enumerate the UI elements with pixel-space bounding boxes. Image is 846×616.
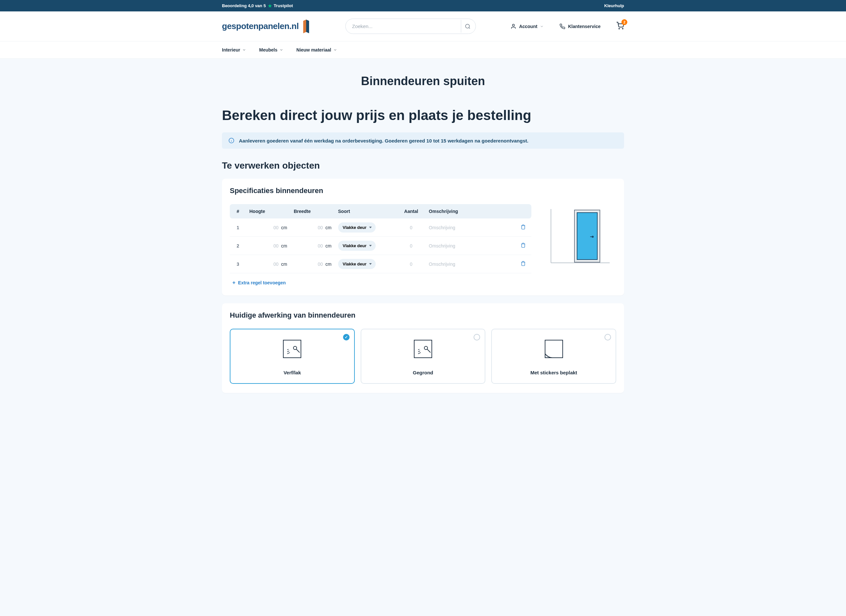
option-icon bbox=[410, 336, 436, 362]
trash-icon bbox=[521, 243, 526, 248]
finish-card-title: Huidige afwerking van binnendeuren bbox=[230, 311, 616, 320]
add-row-button[interactable]: + Extra regel toevoegen bbox=[230, 278, 288, 287]
height-input[interactable] bbox=[262, 243, 278, 248]
info-banner: Aanleveren goederen vanaf één werkdag na… bbox=[222, 132, 624, 149]
nav-item-interieur[interactable]: Interieur bbox=[222, 41, 246, 59]
svg-rect-11 bbox=[577, 213, 597, 260]
option-icon bbox=[541, 336, 567, 362]
qty-input[interactable] bbox=[405, 261, 418, 267]
page-title: Binnendeuren spuiten bbox=[222, 74, 624, 88]
radio-indicator bbox=[605, 334, 611, 340]
nav-item-meubels[interactable]: Meubels bbox=[259, 41, 283, 59]
logo-text: gespotenpanelen.nl bbox=[222, 21, 299, 31]
delete-row-button[interactable] bbox=[519, 241, 527, 250]
svg-rect-13 bbox=[590, 236, 593, 237]
chevron-down-icon bbox=[280, 48, 283, 52]
width-input[interactable] bbox=[306, 225, 323, 230]
height-input[interactable] bbox=[262, 225, 278, 230]
main-nav: Interieur Meubels Nieuw materiaal bbox=[0, 41, 846, 59]
col-desc: Omschrijving bbox=[425, 204, 515, 219]
col-num: # bbox=[230, 204, 246, 219]
width-input[interactable] bbox=[306, 261, 323, 267]
svg-point-15 bbox=[293, 346, 297, 350]
col-width: Breedte bbox=[290, 204, 335, 219]
delete-row-button[interactable] bbox=[519, 223, 527, 232]
desc-input[interactable] bbox=[429, 261, 512, 267]
type-select[interactable]: Vlakke deur bbox=[338, 222, 376, 233]
plus-icon: + bbox=[232, 280, 235, 286]
phone-icon bbox=[559, 23, 565, 29]
account-label: Account bbox=[519, 24, 537, 29]
info-icon bbox=[228, 138, 234, 144]
desc-input[interactable] bbox=[429, 243, 512, 248]
finish-option-0[interactable]: Verf/lak bbox=[230, 329, 355, 384]
table-row: 2 cm cm Vlakke deur bbox=[230, 237, 531, 255]
logo[interactable]: gespotenpanelen.nl bbox=[222, 19, 310, 33]
delete-row-button[interactable] bbox=[519, 260, 527, 268]
cart-button[interactable]: 2 bbox=[616, 22, 624, 31]
radio-indicator bbox=[474, 334, 480, 340]
account-link[interactable]: Account bbox=[511, 23, 544, 29]
spec-card-title: Specificaties binnendeuren bbox=[230, 186, 616, 195]
user-icon bbox=[511, 23, 516, 29]
table-row: 3 cm cm Vlakke deur bbox=[230, 255, 531, 273]
trash-icon bbox=[521, 224, 526, 230]
type-select[interactable]: Vlakke deur bbox=[338, 241, 376, 251]
spec-card: Specificaties binnendeuren # Hoogte Bree… bbox=[222, 179, 624, 295]
rating-text: Beoordeling 4,0 van 5 bbox=[222, 3, 266, 8]
svg-point-2 bbox=[512, 24, 514, 26]
row-number: 3 bbox=[230, 255, 246, 273]
search-icon bbox=[465, 23, 471, 29]
unit-label: cm bbox=[325, 243, 332, 248]
svg-point-0 bbox=[466, 24, 470, 28]
option-label: Met stickers beplakt bbox=[497, 370, 611, 375]
unit-label: cm bbox=[281, 261, 287, 267]
cart-count-badge: 2 bbox=[621, 19, 627, 25]
option-icon bbox=[279, 336, 305, 362]
nav-label: Meubels bbox=[259, 47, 277, 53]
svg-point-3 bbox=[619, 28, 619, 29]
col-qty: Aantal bbox=[397, 204, 425, 219]
chevron-down-icon bbox=[333, 48, 337, 52]
svg-point-4 bbox=[622, 28, 623, 29]
unit-label: cm bbox=[281, 243, 287, 248]
add-row-label: Extra regel toevoegen bbox=[238, 280, 285, 285]
row-number: 2 bbox=[230, 237, 246, 255]
row-number: 1 bbox=[230, 219, 246, 237]
unit-label: cm bbox=[325, 225, 332, 230]
star-icon bbox=[268, 4, 272, 8]
qty-input[interactable] bbox=[405, 243, 418, 248]
svg-rect-18 bbox=[545, 340, 563, 358]
door-illustration bbox=[544, 204, 616, 269]
rating-badge: Beoordeling 4,0 van 5 Trustpilot bbox=[222, 3, 293, 8]
svg-rect-16 bbox=[414, 340, 432, 358]
section-title-objects: Te verwerken objecten bbox=[222, 160, 624, 171]
search-input[interactable] bbox=[345, 19, 476, 34]
topbar: Beoordeling 4,0 van 5 Trustpilot Kleurhu… bbox=[0, 0, 846, 12]
nav-item-nieuw-materiaal[interactable]: Nieuw materiaal bbox=[296, 41, 337, 59]
table-row: 1 cm cm Vlakke deur bbox=[230, 219, 531, 237]
height-input[interactable] bbox=[262, 261, 278, 267]
col-type: Soort bbox=[335, 204, 397, 219]
main-content: Binnendeuren spuiten Bereken direct jouw… bbox=[214, 59, 632, 417]
svg-point-17 bbox=[424, 346, 428, 350]
nav-label: Nieuw materiaal bbox=[296, 47, 331, 53]
trash-icon bbox=[521, 261, 526, 266]
service-link[interactable]: Klantenservice bbox=[559, 23, 600, 29]
type-select[interactable]: Vlakke deur bbox=[338, 259, 376, 269]
page-subtitle: Bereken direct jouw prijs en plaats je b… bbox=[222, 108, 624, 123]
svg-line-1 bbox=[469, 27, 470, 28]
qty-input[interactable] bbox=[405, 225, 418, 230]
header-actions: Account Klantenservice 2 bbox=[511, 22, 624, 31]
finish-option-2[interactable]: Met stickers beplakt bbox=[491, 329, 616, 384]
header: gespotenpanelen.nl Account Klant bbox=[0, 12, 846, 41]
unit-label: cm bbox=[325, 261, 332, 267]
search-button[interactable] bbox=[461, 20, 475, 32]
chevron-down-icon bbox=[540, 25, 544, 28]
finish-option-1[interactable]: Gegrond bbox=[360, 329, 486, 384]
width-input[interactable] bbox=[306, 243, 323, 248]
chevron-down-icon bbox=[242, 48, 246, 52]
color-help-link[interactable]: Kleurhulp bbox=[604, 3, 624, 8]
desc-input[interactable] bbox=[429, 225, 512, 230]
col-height: Hoogte bbox=[246, 204, 290, 219]
